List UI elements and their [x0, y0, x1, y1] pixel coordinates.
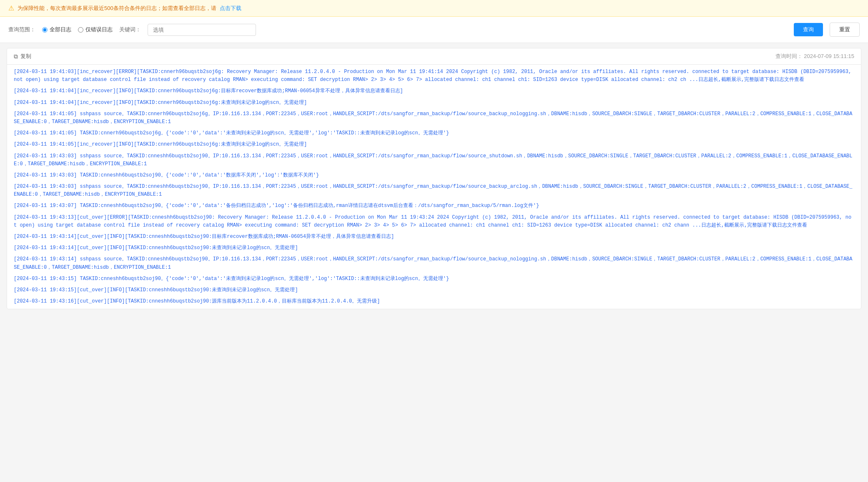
query-time: 查询时间： 2024-07-09 15:11:15	[775, 53, 854, 60]
log-entry[interactable]: [2024-03-11 19:41:04][inc_recover][INFO]…	[7, 97, 861, 109]
log-entry[interactable]: [2024-03-11 19:43:03] sshpass source。TAS…	[7, 181, 861, 200]
reset-button[interactable]: 重置	[830, 23, 860, 37]
log-entry[interactable]: [2024-03-11 19:43:03] sshpass source。TAS…	[7, 151, 861, 170]
log-header: ⧉ 复制 查询时间： 2024-07-09 15:11:15	[7, 48, 861, 65]
log-entry[interactable]: [2024-03-11 19:43:14][cut_over][INFO][TA…	[7, 231, 861, 242]
warning-text: 为保障性能，每次查询最多展示最近500条符合条件的日志；如需查看全部日志，请	[18, 5, 216, 12]
query-time-label: 查询时间：	[775, 53, 803, 59]
log-entry[interactable]: [2024-03-11 19:43:14] sshpass source。TAS…	[7, 254, 861, 273]
radio-all-label: 全部日志	[50, 26, 71, 33]
log-content[interactable]: [2024-03-11 19:41:03][inc_recover][ERROR…	[7, 65, 861, 309]
log-entry[interactable]: [2024-03-11 19:41:05][inc_recover][INFO]…	[7, 139, 861, 150]
log-entry[interactable]: [2024-03-11 19:43:16][cut_over][INFO][TA…	[7, 296, 861, 307]
warning-icon: ⚠	[8, 4, 14, 12]
copy-button[interactable]: ⧉ 复制	[14, 53, 31, 60]
log-entry[interactable]: [2024-03-11 19:43:03] TASKID:cnneshh6buq…	[7, 170, 861, 181]
radio-error-input[interactable]	[78, 27, 83, 33]
log-entry[interactable]: [2024-03-11 19:43:14][cut_over][INFO][TA…	[7, 242, 861, 254]
keyword-input[interactable]	[148, 24, 256, 36]
radio-error[interactable]: 仅错误日志	[78, 26, 113, 33]
radio-all[interactable]: 全部日志	[42, 26, 71, 33]
radio-error-label: 仅错误日志	[85, 26, 113, 33]
search-bar: 查询范围： 全部日志 仅错误日志 关键词： 查询 重置	[0, 17, 868, 43]
log-entry[interactable]: [2024-03-11 19:41:04][inc_recover][INFO]…	[7, 86, 861, 97]
radio-group: 全部日志 仅错误日志	[42, 26, 113, 33]
log-container: ⧉ 复制 查询时间： 2024-07-09 15:11:15 [2024-03-…	[7, 48, 861, 309]
warning-bar: ⚠ 为保障性能，每次查询最多展示最近500条符合条件的日志；如需查看全部日志，请…	[0, 0, 868, 17]
range-label: 查询范围：	[8, 26, 35, 33]
query-button[interactable]: 查询	[794, 23, 823, 36]
log-entry[interactable]: [2024-03-11 19:41:05] TASKID:cnnerh96buq…	[7, 128, 861, 139]
log-entry[interactable]: [2024-03-11 19:43:13][cut_over][ERROR][T…	[7, 212, 861, 231]
log-entry[interactable]: [2024-03-11 19:41:05] sshpass source。TAS…	[7, 109, 861, 128]
log-entry[interactable]: [2024-03-11 19:41:03][inc_recover][ERROR…	[7, 66, 861, 86]
copy-icon: ⧉	[14, 53, 18, 60]
radio-all-input[interactable]	[42, 27, 48, 33]
query-time-value: 2024-07-09 15:11:15	[804, 53, 854, 59]
log-entry[interactable]: [2024-03-11 19:43:15][cut_over][INFO][TA…	[7, 285, 861, 296]
copy-label: 复制	[20, 53, 31, 60]
log-entry[interactable]: [2024-03-11 19:43:07] TASKID:cnneshh6buq…	[7, 200, 861, 212]
log-entry[interactable]: [2024-03-11 19:43:15] TASKID:cnneshh6buq…	[7, 273, 861, 285]
download-link[interactable]: 点击下载	[220, 5, 241, 12]
keyword-label: 关键词：	[119, 26, 141, 33]
